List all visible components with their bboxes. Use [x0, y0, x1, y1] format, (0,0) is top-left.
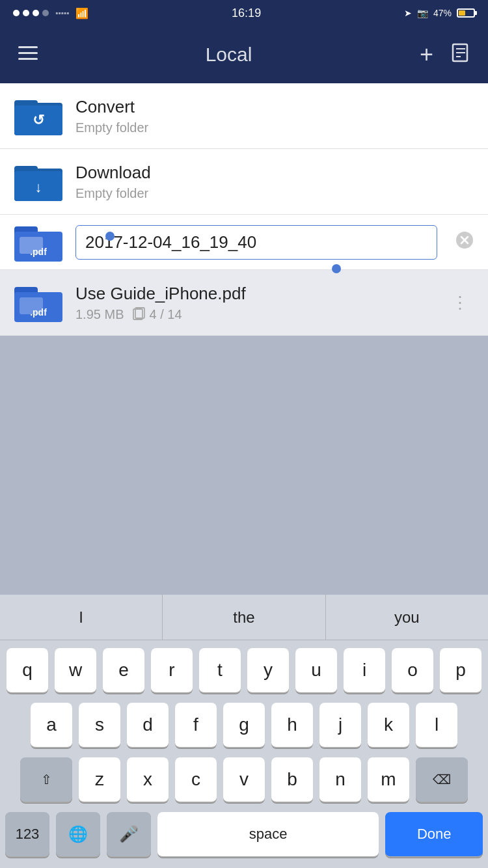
key-y[interactable]: y: [247, 648, 289, 694]
pdf-file-icon: .pdf: [14, 282, 62, 323]
file-info-download: Download Empty folder: [75, 163, 474, 201]
suggestion-the[interactable]: the: [163, 595, 325, 640]
battery-icon: [457, 8, 475, 18]
svg-text:↓: ↓: [35, 179, 42, 195]
pdf-pages-text: 4 / 14: [149, 307, 182, 322]
svg-rect-0: [18, 46, 38, 48]
rename-row: .pdf: [0, 215, 488, 270]
menu-button[interactable]: [18, 45, 38, 65]
file-info-convert: Convert Empty folder: [75, 97, 474, 135]
pdf-file-name: Use Guide_iPhone.pdf: [75, 284, 433, 304]
backspace-key[interactable]: ⌫: [416, 757, 468, 803]
key-w[interactable]: w: [55, 648, 96, 694]
key-s[interactable]: s: [79, 703, 120, 748]
folder-icon-download: ↓: [14, 161, 62, 202]
svg-text:.pdf: .pdf: [30, 307, 47, 318]
svg-text:↺: ↺: [33, 112, 44, 128]
signal-dots: [13, 10, 49, 16]
signal-dot-2: [23, 10, 29, 16]
globe-key[interactable]: 🌐: [56, 812, 100, 858]
file-sub-convert: Empty folder: [75, 120, 474, 135]
file-name-download: Download: [75, 163, 474, 183]
keyboard-bottom-bar: [0, 861, 488, 868]
key-x[interactable]: x: [127, 757, 169, 803]
list-item-pdf[interactable]: .pdf Use Guide_iPhone.pdf 1.95 MB 4 / 14…: [0, 270, 488, 336]
rename-input[interactable]: [75, 225, 437, 260]
svg-text:.pdf: .pdf: [30, 247, 47, 257]
key-a[interactable]: a: [31, 703, 72, 748]
list-item[interactable]: ↓ Download Empty folder: [0, 149, 488, 215]
list-item[interactable]: ↺ Convert Empty folder: [0, 83, 488, 149]
pdf-file-meta: 1.95 MB 4 / 14: [75, 307, 433, 322]
keyboard: I the you q w e r t y u i o p a s d f g …: [0, 595, 488, 868]
status-left: ▪▪▪▪▪ 📶: [13, 7, 88, 20]
folder-icon-convert: ↺: [14, 95, 62, 137]
cursor-dot-top: [105, 232, 115, 241]
nav-right: +: [420, 41, 470, 68]
key-i[interactable]: i: [344, 648, 385, 694]
wifi-icon: 📶: [75, 7, 88, 20]
key-row-4: 123 🌐 🎤 space Done: [5, 812, 483, 858]
rename-input-wrapper: [75, 225, 437, 260]
pdf-file-pages: 4 / 14: [131, 307, 182, 322]
done-key[interactable]: Done: [385, 812, 483, 858]
key-q[interactable]: q: [7, 648, 48, 694]
location-icon: ➤: [404, 8, 412, 18]
add-button[interactable]: +: [420, 41, 433, 68]
nav-bar: Local +: [0, 26, 488, 83]
cursor-dot-bottom: [332, 264, 341, 273]
key-f[interactable]: f: [175, 703, 217, 748]
signal-dot-3: [33, 10, 39, 16]
key-row-3: ⇧ z x c v b n m ⌫: [5, 757, 483, 803]
key-h[interactable]: h: [271, 703, 313, 748]
key-rows: q w e r t y u i o p a s d f g h j k l ⇧ …: [0, 640, 488, 861]
suggestion-I[interactable]: I: [0, 595, 163, 640]
key-l[interactable]: l: [416, 703, 457, 748]
key-r[interactable]: r: [151, 648, 193, 694]
key-c[interactable]: c: [175, 757, 217, 803]
status-time: 16:19: [232, 7, 261, 20]
key-z[interactable]: z: [79, 757, 120, 803]
num-key[interactable]: 123: [5, 812, 49, 858]
suggestion-you[interactable]: you: [326, 595, 488, 640]
rename-clear-button[interactable]: [455, 231, 474, 254]
key-p[interactable]: p: [440, 648, 481, 694]
key-m[interactable]: m: [368, 757, 409, 803]
note-button[interactable]: [452, 43, 470, 67]
space-key[interactable]: space: [157, 812, 379, 858]
key-e[interactable]: e: [103, 648, 144, 694]
carrier-text: ▪▪▪▪▪: [55, 8, 69, 18]
pdf-file-size: 1.95 MB: [75, 307, 124, 322]
nav-title: Local: [206, 44, 252, 66]
status-right: ➤ 📷 47%: [404, 8, 475, 18]
svg-rect-2: [18, 58, 38, 60]
key-o[interactable]: o: [392, 648, 433, 694]
key-g[interactable]: g: [223, 703, 265, 748]
key-k[interactable]: k: [368, 703, 409, 748]
mic-key[interactable]: 🎤: [107, 812, 151, 858]
pages-icon: [131, 307, 146, 321]
battery-fill: [459, 10, 465, 16]
pdf-more-button[interactable]: ⋮: [446, 290, 474, 316]
signal-dot-1: [13, 10, 20, 16]
key-row-1: q w e r t y u i o p: [5, 648, 483, 694]
file-name-convert: Convert: [75, 97, 474, 117]
battery-percent: 47%: [433, 8, 452, 18]
key-u[interactable]: u: [295, 648, 337, 694]
folder-icon-rename: .pdf: [14, 221, 62, 263]
file-list: ↺ Convert Empty folder ↓ Download Empty …: [0, 83, 488, 336]
suggestions-bar: I the you: [0, 595, 488, 640]
key-d[interactable]: d: [127, 703, 169, 748]
key-j[interactable]: j: [319, 703, 361, 748]
svg-rect-1: [18, 52, 38, 54]
gray-area: [0, 336, 488, 420]
status-bar: ▪▪▪▪▪ 📶 16:19 ➤ 📷 47%: [0, 0, 488, 26]
signal-dot-4: [42, 10, 49, 16]
key-b[interactable]: b: [271, 757, 313, 803]
shift-key[interactable]: ⇧: [20, 757, 72, 803]
key-v[interactable]: v: [223, 757, 265, 803]
nav-left: [18, 45, 38, 65]
file-info-pdf: Use Guide_iPhone.pdf 1.95 MB 4 / 14: [75, 284, 433, 322]
key-t[interactable]: t: [199, 648, 241, 694]
key-n[interactable]: n: [319, 757, 361, 803]
